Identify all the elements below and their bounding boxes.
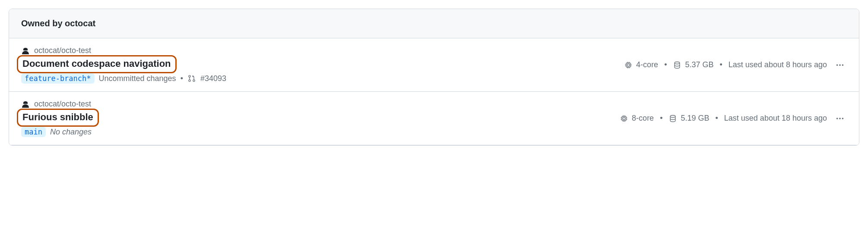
- svg-point-1: [189, 80, 190, 81]
- svg-point-2: [193, 80, 195, 81]
- svg-point-8: [842, 64, 844, 66]
- svg-point-14: [842, 118, 844, 119]
- svg-point-0: [189, 75, 190, 77]
- separator: •: [660, 114, 662, 123]
- svg-point-12: [836, 118, 838, 119]
- pull-request-icon: [187, 74, 196, 83]
- actions-menu-button[interactable]: [833, 112, 847, 125]
- changes-status: No changes: [50, 128, 92, 137]
- codespaces-panel: Owned by octocat octocat/octo-test Docum…: [9, 9, 859, 146]
- svg-rect-9: [622, 116, 626, 121]
- codespace-row: octocat/octo-test Document codespace nav…: [9, 38, 859, 92]
- cores-value: 4-core: [636, 60, 658, 69]
- separator: •: [720, 60, 722, 69]
- svg-point-13: [839, 118, 841, 119]
- codespace-title[interactable]: Furious snibble: [17, 109, 99, 127]
- repo-path[interactable]: octocat/octo-test: [34, 100, 91, 109]
- separator: •: [664, 60, 667, 69]
- cpu-icon: [624, 61, 633, 69]
- header-title: Owned by octocat: [21, 19, 95, 28]
- codespace-title[interactable]: Document codespace navigation: [17, 55, 177, 73]
- panel-header: Owned by octocat: [9, 9, 859, 38]
- svg-point-6: [836, 64, 838, 66]
- database-icon: [668, 114, 677, 123]
- storage-value: 5.19 GB: [681, 114, 709, 123]
- svg-point-11: [671, 115, 676, 117]
- branch-badge[interactable]: main: [21, 127, 46, 137]
- svg-rect-10: [623, 117, 625, 119]
- pr-number[interactable]: #34093: [200, 74, 226, 83]
- last-used: Last used about 18 hours ago: [724, 114, 827, 123]
- separator: •: [716, 114, 718, 123]
- actions-menu-button[interactable]: [833, 58, 847, 72]
- svg-rect-4: [627, 64, 630, 66]
- codespace-row: octocat/octo-test Furious snibble main N…: [9, 92, 859, 145]
- repo-path[interactable]: octocat/octo-test: [34, 46, 91, 55]
- separator: •: [181, 74, 183, 83]
- avatar-icon: [21, 100, 30, 109]
- svg-point-5: [675, 62, 680, 64]
- branch-badge[interactable]: feature-branch*: [21, 73, 95, 84]
- storage-value: 5.37 GB: [685, 60, 713, 69]
- svg-point-7: [839, 64, 841, 66]
- changes-status: Uncommitted changes: [99, 74, 176, 83]
- avatar-icon: [21, 47, 30, 55]
- last-used: Last used about 8 hours ago: [729, 60, 827, 69]
- database-icon: [673, 61, 681, 69]
- cpu-icon: [620, 114, 628, 123]
- svg-rect-3: [626, 63, 630, 67]
- cores-value: 8-core: [632, 114, 654, 123]
